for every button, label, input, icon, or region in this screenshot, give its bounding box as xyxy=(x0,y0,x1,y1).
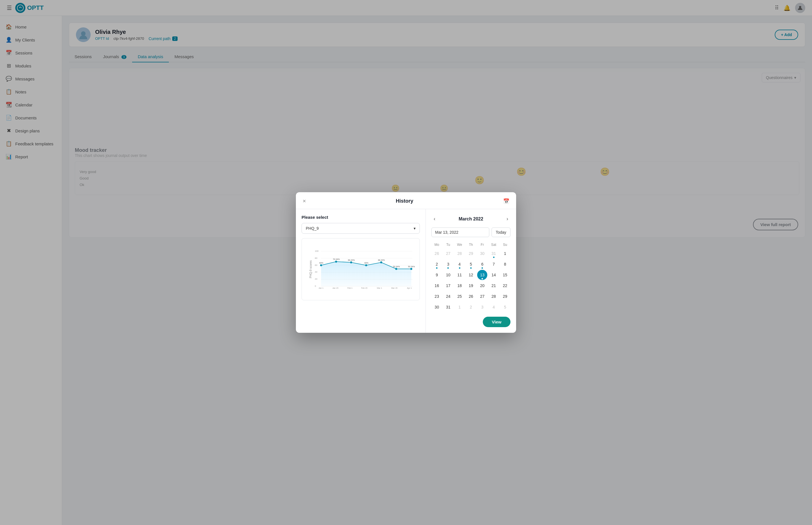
day-header-tu: Tu xyxy=(443,242,454,248)
svg-text:50.34%: 50.34% xyxy=(393,266,400,268)
cal-day[interactable]: 30 xyxy=(432,302,442,312)
cal-day[interactable]: 10 xyxy=(443,270,453,280)
svg-text:60: 60 xyxy=(315,264,318,267)
svg-text:68.20%: 68.20% xyxy=(378,259,385,261)
cal-day[interactable]: 19 xyxy=(466,281,476,291)
cal-day[interactable]: 27 xyxy=(443,249,453,258)
cal-day[interactable]: 1 xyxy=(500,249,510,258)
svg-text:60%: 60% xyxy=(319,262,324,264)
cal-day[interactable]: 4 xyxy=(455,259,465,269)
cal-day[interactable]: 3 xyxy=(443,259,453,269)
calendar-footer: View xyxy=(431,312,511,327)
modal-body: Please select PHQ_9 ▾ PHQ-9 scores 100 8… xyxy=(296,209,516,333)
cal-day[interactable]: 26 xyxy=(466,291,476,301)
chart-y-label: PHQ-9 scores xyxy=(309,260,312,278)
svg-point-17 xyxy=(335,260,337,262)
modal-overlay: × History 📅 Please select PHQ_9 ▾ PHQ-9 … xyxy=(0,0,812,525)
calendar-nav: ‹ March 2022 › xyxy=(431,215,511,223)
cal-day[interactable]: 9 xyxy=(432,270,442,280)
cal-day[interactable]: 23 xyxy=(432,291,442,301)
modal-left-panel: Please select PHQ_9 ▾ PHQ-9 scores 100 8… xyxy=(296,209,426,333)
date-input[interactable] xyxy=(431,227,489,237)
cal-day[interactable]: 2 xyxy=(466,302,476,312)
day-header-th: Th xyxy=(466,242,476,248)
svg-text:100: 100 xyxy=(315,250,319,252)
modal-header: × History 📅 xyxy=(296,192,516,209)
cal-day[interactable]: 30 xyxy=(477,249,487,258)
cal-day[interactable]: 8 xyxy=(500,259,510,269)
svg-point-21 xyxy=(395,268,397,270)
view-button[interactable]: View xyxy=(483,317,511,327)
prev-month-button[interactable]: ‹ xyxy=(431,215,438,223)
svg-text:50.34%: 50.34% xyxy=(408,266,415,268)
svg-text:Mar 15: Mar 15 xyxy=(391,287,398,289)
cal-day[interactable]: 31 xyxy=(443,302,453,312)
day-header-we: We xyxy=(454,242,465,248)
svg-text:Apr 1: Apr 1 xyxy=(407,287,412,289)
cal-day[interactable]: 14 xyxy=(489,270,499,280)
next-month-button[interactable]: › xyxy=(504,215,511,223)
calendar-grid: Mo Tu We Th Fr Sat Su 26 27 28 29 30 31 … xyxy=(431,242,511,312)
svg-point-18 xyxy=(350,261,352,263)
modal-title: History xyxy=(306,198,503,204)
phq9-chart: PHQ-9 scores 100 80 60 40 20 0 xyxy=(301,238,420,300)
cal-day[interactable]: 7 xyxy=(489,259,499,269)
cal-day[interactable]: 29 xyxy=(500,291,510,301)
cal-day[interactable]: 24 xyxy=(443,291,453,301)
cal-day[interactable]: 11 xyxy=(455,270,465,280)
date-input-row: Today xyxy=(431,227,511,237)
cal-day[interactable]: 21 xyxy=(489,281,499,291)
svg-point-16 xyxy=(320,264,322,266)
svg-text:Feb 1: Feb 1 xyxy=(347,287,352,289)
cal-day[interactable]: 5 xyxy=(466,259,476,269)
svg-text:Feb 15: Feb 15 xyxy=(361,287,367,289)
svg-text:68.20%: 68.20% xyxy=(348,259,355,261)
dropdown-value: PHQ_9 xyxy=(306,226,319,230)
svg-text:Jan 1: Jan 1 xyxy=(319,287,323,289)
calendar-icon-modal: 📅 xyxy=(503,198,510,204)
svg-text:40: 40 xyxy=(315,271,318,273)
day-header-mo: Mo xyxy=(431,242,442,248)
select-label: Please select xyxy=(301,215,420,220)
svg-text:80: 80 xyxy=(315,257,318,259)
cal-day[interactable]: 22 xyxy=(500,281,510,291)
cal-day[interactable]: 2 xyxy=(432,259,442,269)
calendar-month: March 2022 xyxy=(458,216,483,222)
cal-day[interactable]: 27 xyxy=(477,291,487,301)
day-header-fr: Fr xyxy=(477,242,488,248)
svg-point-19 xyxy=(365,264,367,266)
cal-day[interactable]: 29 xyxy=(466,249,476,258)
cal-day[interactable]: 1 xyxy=(455,302,465,312)
cal-day[interactable]: 28 xyxy=(489,291,499,301)
cal-day[interactable]: 6 xyxy=(477,259,487,269)
svg-text:Mar 1: Mar 1 xyxy=(377,287,382,289)
svg-text:70.34%: 70.34% xyxy=(333,258,340,260)
svg-text:0: 0 xyxy=(315,285,316,287)
cal-day[interactable]: 5 xyxy=(500,302,510,312)
cal-day[interactable]: 17 xyxy=(443,281,453,291)
cal-day[interactable]: 4 xyxy=(489,302,499,312)
modal-close-button[interactable]: × xyxy=(302,198,306,204)
chart-svg: 100 80 60 40 20 0 xyxy=(315,243,415,296)
svg-text:Jan 15: Jan 15 xyxy=(332,287,338,289)
cal-day[interactable]: 3 xyxy=(477,302,487,312)
svg-text:60%: 60% xyxy=(365,262,369,264)
cal-day[interactable]: 20 xyxy=(477,281,487,291)
cal-day[interactable]: 31 xyxy=(489,249,499,258)
cal-day[interactable]: 18 xyxy=(455,281,465,291)
svg-text:20: 20 xyxy=(315,278,318,280)
cal-day[interactable]: 28 xyxy=(455,249,465,258)
phq9-dropdown[interactable]: PHQ_9 ▾ xyxy=(301,223,420,234)
cal-day[interactable]: 15 xyxy=(500,270,510,280)
cal-day[interactable]: 26 xyxy=(432,249,442,258)
cal-day[interactable]: 12 xyxy=(466,270,476,280)
svg-point-20 xyxy=(380,261,382,263)
day-header-sat: Sat xyxy=(488,242,499,248)
cal-day[interactable]: 25 xyxy=(455,291,465,301)
svg-point-22 xyxy=(410,268,412,270)
modal-calendar-panel: ‹ March 2022 › Today Mo Tu We Th Fr xyxy=(426,209,516,333)
cal-day[interactable]: 16 xyxy=(432,281,442,291)
today-button[interactable]: Today xyxy=(491,227,511,237)
cal-day-selected[interactable]: 13 xyxy=(477,270,487,280)
history-modal: × History 📅 Please select PHQ_9 ▾ PHQ-9 … xyxy=(296,192,516,333)
